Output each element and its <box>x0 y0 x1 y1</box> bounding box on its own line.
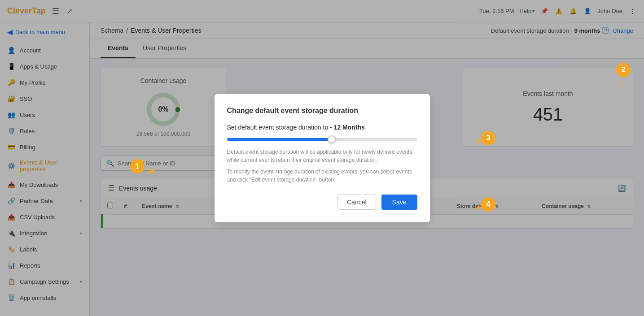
change-storage-modal: Change default event storage duration Se… <box>215 94 430 222</box>
cancel-button[interactable]: Cancel <box>337 195 376 210</box>
modal-title: Change default event storage duration <box>227 107 417 115</box>
slider-container[interactable] <box>227 138 417 141</box>
modal-overlay: 1 ➜ 2 ↓ 3 ➜ 4 ➜ Change default event sto… <box>0 0 644 316</box>
modal-note-2: To modify the event storage duration of … <box>227 168 417 184</box>
arrow-annotation-2: ↓ <box>619 79 623 89</box>
slider-fill <box>227 138 332 141</box>
save-button[interactable]: Save <box>381 195 417 210</box>
slider-track <box>227 138 417 141</box>
slider-thumb[interactable] <box>328 135 336 143</box>
modal-label-value: 12 Months <box>334 124 365 131</box>
annotation-1: 1 <box>130 159 145 173</box>
modal-label: Set default event storage duration to - … <box>227 124 417 131</box>
step-badge-1: 1 <box>130 159 145 173</box>
step-badge-2: 2 <box>616 63 631 77</box>
modal-actions: Cancel Save <box>227 195 417 210</box>
arrow-annotation-4: ➜ <box>476 203 483 213</box>
modal-note-1: Default event storage duration will be a… <box>227 148 417 164</box>
annotation-2: 2 <box>616 63 631 77</box>
arrow-annotation-1: ➜ <box>144 164 158 179</box>
arrow-annotation-3: ➜ <box>476 136 483 147</box>
